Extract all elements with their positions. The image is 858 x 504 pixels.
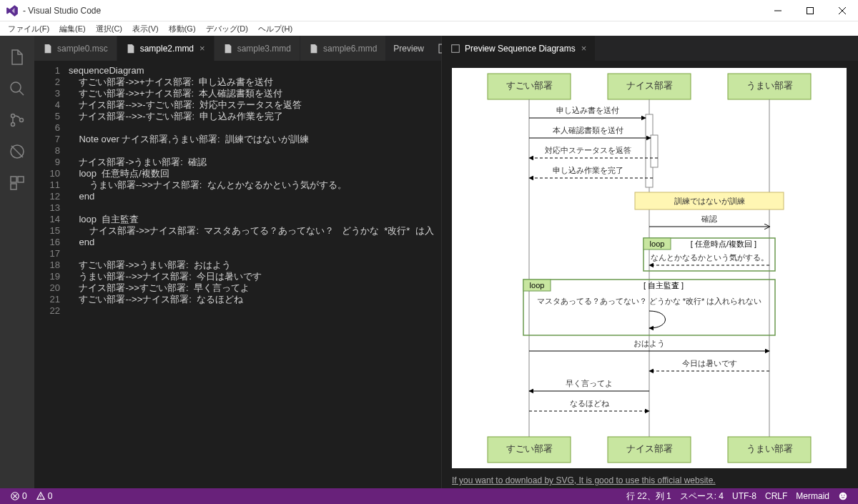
activity-debug-icon[interactable] <box>0 136 34 167</box>
status-warnings[interactable]: 0 <box>31 491 57 501</box>
svg-rect-21 <box>651 135 658 167</box>
line-gutter: 12345678910111213141516171819202122 <box>34 61 69 488</box>
file-icon <box>223 44 233 54</box>
close-icon[interactable]: × <box>199 43 205 54</box>
window-title: - Visual Studio Code <box>23 6 761 16</box>
sequence-diagram: すごい部署 ナイス部署 うまい部署 申し込み書を送付 <box>452 68 847 468</box>
svg-point-42 <box>842 495 842 495</box>
tab-sample3[interactable]: sample3.mmd <box>214 36 300 61</box>
loop2-title: [ 自主監査 ] <box>644 281 684 290</box>
activity-search-icon[interactable] <box>0 73 34 104</box>
status-feedback-icon[interactable] <box>834 491 852 501</box>
svg-point-4 <box>20 119 24 122</box>
close-icon[interactable]: × <box>581 43 587 54</box>
actor-nice-bottom: ナイス部署 <box>626 443 673 454</box>
activity-git-icon[interactable] <box>0 104 34 136</box>
code-editor[interactable]: 12345678910111213141516171819202122 sequ… <box>34 61 441 488</box>
menu-debug[interactable]: デバッグ(D) <box>201 24 253 34</box>
status-cursor[interactable]: 行 22、列 1 <box>622 490 676 503</box>
preview-panel: すごい部署 ナイス部署 うまい部署 申し込み書を送付 <box>442 61 858 488</box>
download-link[interactable]: If you want to download by SVG, It is go… <box>452 475 848 485</box>
svg-rect-13 <box>452 44 460 52</box>
svg-rect-6 <box>11 177 16 182</box>
activity-explorer-icon[interactable] <box>0 41 34 73</box>
tab-preview-sequence[interactable]: Preview Sequence Diagrams × <box>442 36 596 61</box>
tab-sample6[interactable]: sample6.mmd <box>300 36 386 61</box>
status-lang[interactable]: Mermaid <box>792 491 834 501</box>
code-content[interactable]: sequenceDiagram すごい部署->>+ナイス部署: 申し込み書を送付… <box>69 61 441 488</box>
msg-3: 対応中ステータスを返答 <box>545 146 631 154</box>
actor-umai-top: うまい部署 <box>746 80 793 91</box>
svg-rect-0 <box>807 7 813 14</box>
tab-sample2[interactable]: sample2.mmd × <box>117 36 214 61</box>
app-icon <box>6 4 19 17</box>
tail-1: おはよう <box>633 339 665 348</box>
actor-nice-top: ナイス部署 <box>626 80 673 91</box>
activity-bar <box>0 36 34 488</box>
window-close-button[interactable] <box>826 0 858 21</box>
svg-rect-7 <box>18 177 24 182</box>
svg-rect-8 <box>11 184 16 189</box>
file-icon <box>309 44 319 54</box>
tab-sample0[interactable]: sample0.msc <box>34 36 117 61</box>
loop2-body: マスタあってる？あってない？ どうかな *改行* は入れられない <box>537 297 762 306</box>
menu-go[interactable]: 移動(G) <box>164 24 201 34</box>
file-icon <box>43 44 53 54</box>
window-minimize-button[interactable] <box>761 0 794 21</box>
menu-edit[interactable]: 編集(E) <box>54 24 91 34</box>
tail-3: 早く言ってよ <box>566 379 613 387</box>
loop1-body: なんとかなるかという気がする。 <box>651 253 769 262</box>
statusbar: 0 0 行 22、列 1 スペース: 4 UTF-8 CRLF Mermaid <box>0 488 858 504</box>
msg-confirm: 確認 <box>701 214 717 223</box>
tab-label: Preview Sequence Diagrams <box>465 44 576 54</box>
tab-label: sample6.mmd <box>323 44 377 54</box>
note-text: 訓練ではないが訓練 <box>674 197 745 205</box>
svg-point-3 <box>11 123 15 127</box>
svg-point-2 <box>11 114 15 118</box>
svg-point-43 <box>844 495 844 495</box>
preview-icon <box>450 44 460 54</box>
status-spaces[interactable]: スペース: 4 <box>676 490 728 503</box>
msg-2: 本人確認書類を送付 <box>553 126 623 134</box>
msg-1: 申し込み書を送付 <box>556 106 619 114</box>
menu-help[interactable]: ヘルプ(H) <box>253 24 297 34</box>
tab-label: sample3.mmd <box>237 44 291 54</box>
tail-2: 今日は暑いです <box>682 359 737 368</box>
menu-select[interactable]: 選択(C) <box>91 24 127 34</box>
loop1-title: [ 任意時点/複数回 ] <box>691 239 756 248</box>
loop1-label: loop <box>650 239 665 248</box>
editor-tabs-left: sample0.msc sample2.mmd × sample3.mmd sa… <box>34 36 441 61</box>
editor-tabs-right: Preview Sequence Diagrams × <box>442 36 858 61</box>
tab-label: sample0.msc <box>57 44 108 54</box>
window-titlebar: - Visual Studio Code <box>0 0 858 21</box>
window-maximize-button[interactable] <box>794 0 826 21</box>
activity-extensions-icon[interactable] <box>0 167 34 199</box>
loop2-label: loop <box>530 281 545 290</box>
actor-umai-bottom: うまい部署 <box>746 443 793 454</box>
menu-view[interactable]: 表示(V) <box>127 24 164 34</box>
status-errors[interactable]: 0 <box>6 491 31 501</box>
menubar: ファイル(F) 編集(E) 選択(C) 表示(V) 移動(G) デバッグ(D) … <box>0 21 858 36</box>
file-icon <box>126 44 136 54</box>
tail-4: なるほどね <box>570 399 610 407</box>
msg-4: 申し込み作業を完了 <box>553 166 623 174</box>
tab-action-preview[interactable]: Preview <box>386 36 431 61</box>
actor-sugoi-top: すごい部署 <box>506 80 553 91</box>
menu-file[interactable]: ファイル(F) <box>3 24 54 34</box>
status-encoding[interactable]: UTF-8 <box>728 491 761 501</box>
status-eol[interactable]: CRLF <box>761 491 792 501</box>
tab-label: sample2.mmd <box>140 44 194 54</box>
actor-sugoi-bottom: すごい部署 <box>506 443 553 454</box>
svg-point-1 <box>11 82 21 92</box>
svg-point-41 <box>839 493 847 500</box>
